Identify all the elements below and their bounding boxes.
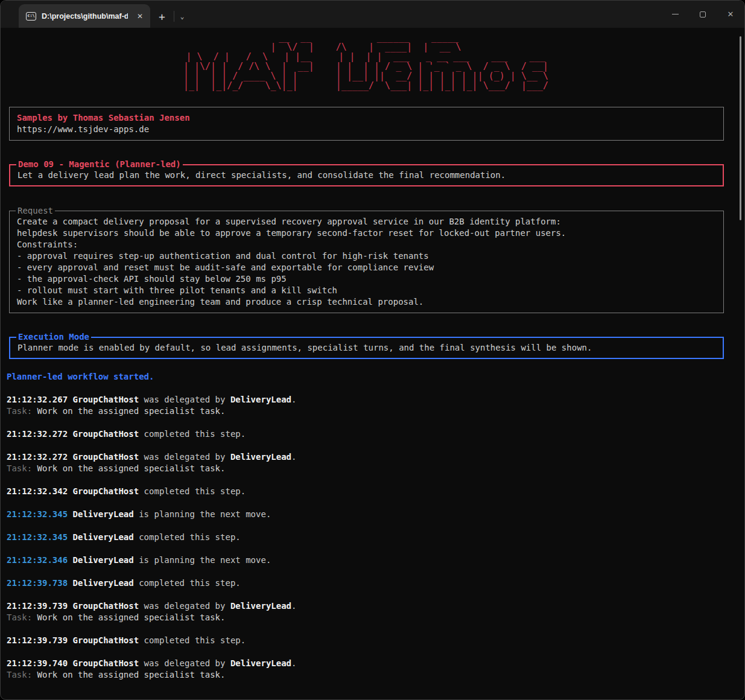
- agent-name: GroupChatHost: [68, 658, 139, 668]
- agent-name: DeliveryLead: [68, 578, 134, 588]
- timestamp: 21:12:39.739: [7, 635, 68, 645]
- log-entry: 21:12:39.738 DeliveryLead completed this…: [5, 578, 726, 589]
- log-line-period: .: [291, 601, 296, 611]
- task-description: Work on the assigned specialist task.: [32, 406, 225, 416]
- timestamp: 21:12:32.272: [7, 429, 68, 439]
- timestamp: 21:12:32.346: [7, 555, 68, 565]
- timestamp: 21:12:32.267: [7, 395, 68, 404]
- task-label: Task:: [7, 463, 32, 473]
- agent-name: GroupChatHost: [68, 635, 139, 645]
- delegating-agent-name: DeliveryLead: [225, 395, 291, 404]
- agent-name: DeliveryLead: [68, 532, 134, 542]
- close-button[interactable]: ✕: [717, 1, 744, 28]
- timestamp: 21:12:32.342: [7, 486, 68, 496]
- samples-author-line: Samples by Thomas Sebastian Jensen: [17, 112, 716, 124]
- request-line: - every approval and reset must be audit…: [17, 262, 716, 273]
- task-description: Work on the assigned specialist task.: [32, 670, 225, 679]
- minimize-icon: [672, 14, 679, 14]
- task-line: Task: Work on the assigned specialist ta…: [7, 406, 726, 417]
- log-entry-line: 21:12:39.739 GroupChatHost was delegated…: [7, 600, 726, 612]
- task-label: Task:: [7, 406, 32, 416]
- maf-demos-ascii-banner: __ __ ______ _____ | \/ | /\ | ____| | _…: [5, 33, 726, 91]
- demo-panel: Demo 09 - Magentic (Planner-led) Let a d…: [9, 164, 724, 186]
- minimize-button[interactable]: [661, 1, 689, 28]
- task-line: Task: Work on the assigned specialist ta…: [7, 669, 726, 681]
- log-entry-line: 21:12:32.345 DeliveryLead is planning th…: [7, 509, 726, 520]
- log-entry: 21:12:39.739 GroupChatHost completed thi…: [5, 635, 726, 646]
- samples-panel: Samples by Thomas Sebastian Jensen https…: [9, 107, 724, 141]
- request-line: Constraints:: [17, 239, 716, 250]
- new-tab-button[interactable]: +: [159, 11, 165, 22]
- tab-title: D:\projects\github\maf-demo: [42, 12, 128, 21]
- log-entry: 21:12:39.740 GroupChatHost was delegated…: [5, 658, 726, 681]
- request-panel: Request Create a compact delivery propos…: [9, 211, 724, 313]
- request-line: Create a compact delivery proposal for a…: [17, 216, 716, 228]
- log-action-text: completed this step.: [134, 532, 241, 542]
- request-line: - approval requires step-up authenticati…: [17, 250, 716, 262]
- maximize-button[interactable]: [689, 1, 717, 28]
- maximize-icon: [700, 11, 706, 18]
- log-action-text: completed this step.: [139, 429, 246, 439]
- log-entry-line: 21:12:39.738 DeliveryLead completed this…: [7, 578, 726, 589]
- timestamp: 21:12:32.345: [7, 509, 68, 519]
- log-entry: 21:12:32.272 GroupChatHost was delegated…: [5, 451, 726, 474]
- delegating-agent-name: DeliveryLead: [225, 601, 291, 611]
- workflow-log: 21:12:32.267 GroupChatHost was delegated…: [5, 394, 726, 681]
- workflow-started-message: Planner-led workflow started.: [5, 371, 726, 383]
- request-line: helpdesk supervisors should be able to a…: [17, 228, 716, 239]
- scrollbar-thumb[interactable]: [740, 36, 741, 220]
- demo-description: Let a delivery lead plan the work, direc…: [17, 170, 715, 181]
- log-entry: 21:12:32.345 DeliveryLead completed this…: [5, 532, 726, 543]
- request-line: - the approval-check API should stay bel…: [17, 273, 716, 285]
- log-entry-line: 21:12:32.267 GroupChatHost was delegated…: [7, 394, 726, 406]
- terminal-tab[interactable]: c:\ D:\projects\github\maf-demo ✕: [19, 4, 150, 28]
- log-entry: 21:12:32.272 GroupChatHost completed thi…: [5, 428, 726, 440]
- task-description: Work on the assigned specialist task.: [32, 463, 225, 473]
- log-action-text: was delegated by: [139, 601, 225, 611]
- timestamp: 21:12:39.738: [7, 578, 68, 588]
- task-description: Work on the assigned specialist task.: [32, 612, 225, 622]
- log-line-period: .: [291, 658, 296, 668]
- timestamp: 21:12:39.740: [7, 658, 68, 668]
- log-entry: 21:12:39.739 GroupChatHost was delegated…: [5, 600, 726, 623]
- execution-mode-description: Planner mode is enabled by default, so l…: [17, 342, 715, 354]
- log-action-text: is planning the next move.: [134, 555, 271, 565]
- agent-name: GroupChatHost: [68, 486, 139, 496]
- request-panel-title: Request: [16, 205, 55, 217]
- tab-dropdown-chevron-icon[interactable]: ⌄: [180, 13, 185, 21]
- command-prompt-icon: c:\: [26, 12, 36, 21]
- log-action-text: was delegated by: [139, 395, 225, 404]
- task-label: Task:: [7, 612, 32, 622]
- terminal-window: c:\ D:\projects\github\maf-demo ✕ + ⌄ ✕ …: [0, 0, 745, 700]
- log-entry: 21:12:32.267 GroupChatHost was delegated…: [5, 394, 726, 417]
- log-entry-line: 21:12:32.342 GroupChatHost completed thi…: [7, 486, 726, 497]
- log-action-text: completed this step.: [134, 578, 241, 588]
- demo-panel-title: Demo 09 - Magentic (Planner-led): [16, 159, 183, 170]
- window-controls: ✕: [661, 1, 744, 28]
- delegating-agent-name: DeliveryLead: [225, 658, 291, 668]
- timestamp: 21:12:39.739: [7, 601, 68, 611]
- delegating-agent-name: DeliveryLead: [225, 452, 291, 462]
- agent-name: GroupChatHost: [68, 601, 139, 611]
- execution-mode-panel: Execution Mode Planner mode is enabled b…: [9, 337, 724, 359]
- log-entry: 21:12:32.346 DeliveryLead is planning th…: [5, 555, 726, 566]
- request-line: - rollout must start with three pilot te…: [17, 285, 716, 296]
- tabbar-divider: [174, 11, 174, 22]
- log-line-period: .: [291, 395, 296, 404]
- timestamp: 21:12:32.345: [7, 532, 68, 542]
- log-entry-line: 21:12:39.740 GroupChatHost was delegated…: [7, 658, 726, 669]
- log-action-text: was delegated by: [139, 452, 225, 462]
- log-entry-line: 21:12:32.346 DeliveryLead is planning th…: [7, 555, 726, 566]
- log-entry-line: 21:12:32.272 GroupChatHost completed thi…: [7, 428, 726, 440]
- log-entry-line: 21:12:39.739 GroupChatHost completed thi…: [7, 635, 726, 646]
- log-action-text: completed this step.: [139, 486, 246, 496]
- log-line-period: .: [291, 452, 296, 462]
- tab-close-icon[interactable]: ✕: [133, 10, 147, 23]
- agent-name: DeliveryLead: [68, 555, 134, 565]
- log-entry: 21:12:32.342 GroupChatHost completed thi…: [5, 486, 726, 497]
- log-action-text: is planning the next move.: [134, 509, 271, 519]
- title-bar: c:\ D:\projects\github\maf-demo ✕ + ⌄ ✕: [1, 1, 744, 28]
- agent-name: GroupChatHost: [68, 452, 139, 462]
- task-line: Task: Work on the assigned specialist ta…: [7, 612, 726, 623]
- log-entry-line: 21:12:32.272 GroupChatHost was delegated…: [7, 451, 726, 463]
